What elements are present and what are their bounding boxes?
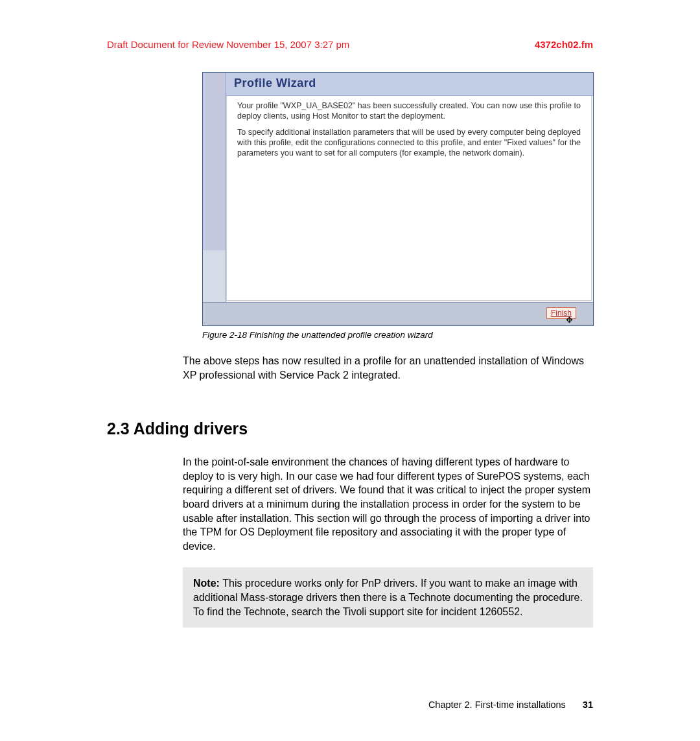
wizard-footer: Finish ✥ bbox=[203, 302, 593, 325]
wizard-sidebar bbox=[203, 73, 226, 302]
wizard-content: Your profile "WXP_UA_BASE02" has been su… bbox=[226, 96, 592, 301]
note-label: Note: bbox=[193, 578, 222, 589]
page-number: 31 bbox=[583, 700, 593, 710]
note-text: This procedure works only for PnP driver… bbox=[193, 578, 583, 617]
section-paragraph: In the point-of-sale environment the cha… bbox=[183, 455, 593, 553]
finish-button[interactable]: Finish ✥ bbox=[546, 307, 576, 319]
chapter-label: Chapter 2. First-time installations bbox=[428, 700, 566, 710]
cursor-icon: ✥ bbox=[566, 315, 573, 325]
source-filename: 4372ch02.fm bbox=[535, 39, 593, 50]
section-heading: 2.3 Adding drivers bbox=[107, 419, 593, 438]
note-box: Note: This procedure works only for PnP … bbox=[183, 567, 593, 628]
wizard-title: Profile Wizard bbox=[226, 73, 593, 96]
body-paragraph: The above steps has now resulted in a pr… bbox=[183, 354, 593, 382]
wizard-message-2: To specify additional installation param… bbox=[237, 128, 581, 158]
profile-wizard-window: Profile Wizard Your profile "WXP_UA_BASE… bbox=[202, 72, 594, 326]
page-footer: Chapter 2. First-time installations 31 bbox=[0, 700, 593, 710]
wizard-message-1: Your profile "WXP_UA_BASE02" has been su… bbox=[237, 101, 581, 121]
draft-stamp: Draft Document for Review November 15, 2… bbox=[107, 39, 349, 50]
figure-caption: Figure 2-18 Finishing the unattended pro… bbox=[202, 330, 593, 340]
page-header: Draft Document for Review November 15, 2… bbox=[107, 39, 593, 50]
